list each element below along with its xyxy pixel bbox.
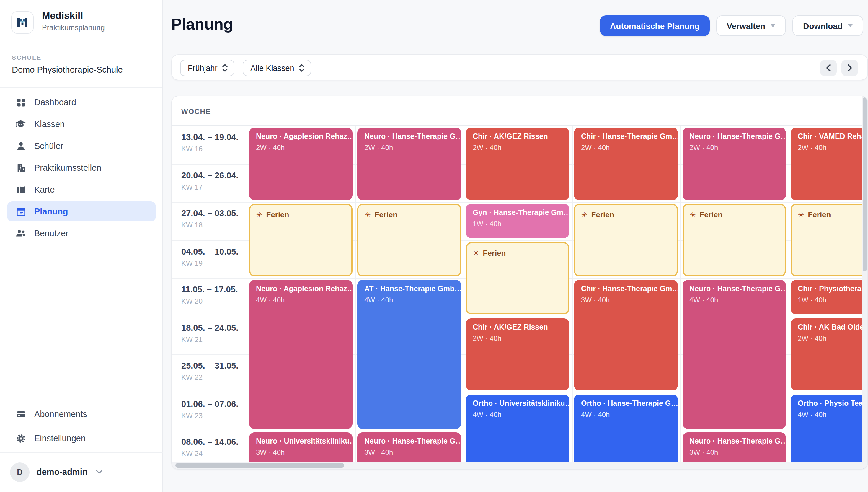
sidebar: Mediskill Praktikumsplanung SCHULE Demo … [0,0,163,492]
internship-duration: 3W · 40h [256,448,346,457]
sidebar-item-schueler[interactable]: Schüler [7,136,156,156]
vacation-label: Ferien [699,210,722,219]
internship-title: Neuro · Universitätskliniku… [256,437,346,445]
planning-app: Mediskill Praktikumsplanung SCHULE Demo … [0,0,868,492]
internship-duration: 4W · 40h [689,296,779,304]
sidebar-item-label: Abonnements [34,409,87,419]
internship-cell[interactable]: Neuro · Hanse-Therapie G…2W · 40h [682,128,786,200]
internship-title: Chir · AK Bad Oldesloe [798,323,868,331]
manage-button[interactable]: Verwalten [716,15,786,36]
person-icon [15,141,26,151]
download-button[interactable]: Download [792,15,863,36]
avatar: D [10,463,29,482]
vacation-cell[interactable]: ☀Ferien [249,204,353,276]
sidebar-item-label: Benutzer [34,228,69,238]
internship-duration: 4W · 40h [364,296,454,304]
vacation-cell[interactable]: ☀Ferien [682,204,786,276]
vacation-cell[interactable]: ☀Ferien [574,204,678,276]
week-number: KW 20 [181,297,203,305]
vacation-cell[interactable]: ☀Ferien [466,242,569,314]
previous-week-button[interactable] [820,60,837,76]
users-icon [15,228,26,239]
week-range: 27.04. – 03.05. [181,208,238,218]
sidebar-item-praktikumsstellen[interactable]: Praktikumsstellen [7,158,156,178]
sidebar-item-label: Karte [34,185,55,194]
column-divider [463,96,464,470]
week-range: 08.06. – 14.06. [181,437,238,446]
class-select-value: Alle Klassen [250,64,295,72]
sidebar-item-label: Planung [34,207,68,216]
internship-cell[interactable]: Neuro · Agaplesion Rehaz…2W · 40h [249,128,353,200]
internship-duration: 4W · 40h [798,410,868,418]
internship-cell[interactable]: Chir · Hanse-Therapie Gm…3W · 40h [574,280,678,390]
week-column-header: WOCHE [181,107,211,116]
vacation-cell[interactable]: ☀Ferien [357,204,461,276]
chevron-left-icon [826,65,831,71]
internship-title: Chir · Hanse-Therapie Gm… [581,132,670,141]
internship-title: Chir · VAMED Reha Ze [798,132,868,141]
row-divider [172,202,868,203]
internship-title: Ortho · Universitätskliniku… [473,399,562,407]
sidebar-item-klassen[interactable]: Klassen [7,114,156,134]
semester-select-value: Frühjahr [188,64,218,72]
up-down-chevrons-icon [222,64,228,72]
column-divider [680,96,681,470]
chevron-right-icon [847,65,852,71]
sidebar-item-planung[interactable]: Planung [7,201,156,221]
up-down-chevrons-icon [299,64,305,72]
vacation-cell[interactable]: ☀Ferien [791,204,868,276]
week-range: 11.05. – 17.05. [181,285,238,294]
internship-cell[interactable]: Neuro · Agaplesion Rehaz…4W · 40h [249,280,353,428]
internship-title: Chir · Physiotherapie S [798,285,868,293]
school-block: SCHULE Demo Physiotherapie-Schule [0,46,162,88]
semester-select[interactable]: Frühjahr [180,60,235,76]
sidebar-item-abonnements[interactable]: Abonnements [7,404,156,424]
internship-cell[interactable]: Neuro · Hanse-Therapie G…2W · 40h [357,128,461,200]
internship-duration: 2W · 40h [581,144,670,152]
vacation-label: Ferien [266,210,289,219]
school-section-label: SCHULE [12,54,42,61]
internship-cell[interactable]: Chir · AK/GEZ Rissen2W · 40h [466,318,569,390]
sidebar-item-karte[interactable]: Karte [7,179,156,200]
sun-icon: ☀ [256,211,262,219]
internship-title: Neuro · Hanse-Therapie G… [364,437,454,445]
sun-icon: ☀ [364,211,371,219]
internship-duration: 2W · 40h [473,144,562,152]
week-number: KW 17 [181,183,203,191]
internship-title: Chir · AK/GEZ Rissen [473,132,562,141]
internship-duration: 2W · 40h [473,334,562,342]
chevron-down-icon [96,470,103,474]
internship-cell[interactable]: Chir · AK Bad Oldesloe2W · 40h [791,318,868,390]
user-menu[interactable]: D demo-admin [0,453,163,492]
schedule-card: WOCHE 13.04. – 19.04.KW 1620.04. – 26.04… [171,96,868,470]
internship-duration: 2W · 40h [364,144,454,152]
internship-cell[interactable]: Chir · AK/GEZ Rissen2W · 40h [466,128,569,200]
class-select[interactable]: Alle Klassen [243,60,311,76]
internship-duration: 2W · 40h [256,144,346,152]
internship-cell[interactable]: Ortho · Physio Team L4W · 40h [791,394,868,470]
vacation-label: Ferien [374,210,398,219]
internship-cell[interactable]: Chir · Hanse-Therapie Gm…2W · 40h [574,128,678,200]
sidebar-item-benutzer[interactable]: Benutzer [7,223,156,243]
week-range: 18.05. – 24.05. [181,323,238,332]
automatic-planning-button[interactable]: Automatische Planung [600,15,710,36]
vertical-scrollbar[interactable] [863,97,867,271]
next-week-button[interactable] [841,60,858,76]
horizontal-scrollbar[interactable] [175,463,344,468]
sun-icon: ☀ [798,211,804,219]
internship-cell[interactable]: AT · Hanse-Therapie Gmb…4W · 40h [357,280,461,428]
vacation-label: Ferien [483,248,506,257]
internship-cell[interactable]: Gyn · Hanse-Therapie Gm…1W · 40h [466,204,569,238]
week-range: 13.04. – 19.04. [181,132,238,142]
week-number: KW 18 [181,221,203,229]
internship-cell[interactable]: Ortho · Universitätskliniku…4W · 40h [466,394,569,470]
internship-duration: 4W · 40h [473,410,562,418]
sidebar-item-dashboard[interactable]: Dashboard [7,92,156,112]
internship-cell[interactable]: Neuro · Hanse-Therapie G…4W · 40h [682,280,786,428]
internship-cell[interactable]: Chir · VAMED Reha Ze2W · 40h [791,128,868,200]
sidebar-item-einstellungen[interactable]: Einstellungen [7,428,156,448]
internship-cell[interactable]: Chir · Physiotherapie S1W · 40h [791,280,868,314]
internship-title: Ortho · Hanse-Therapie G… [581,399,670,407]
internship-cell[interactable]: Ortho · Hanse-Therapie G…4W · 40h [574,394,678,470]
internship-title: Chir · AK/GEZ Rissen [473,323,562,331]
